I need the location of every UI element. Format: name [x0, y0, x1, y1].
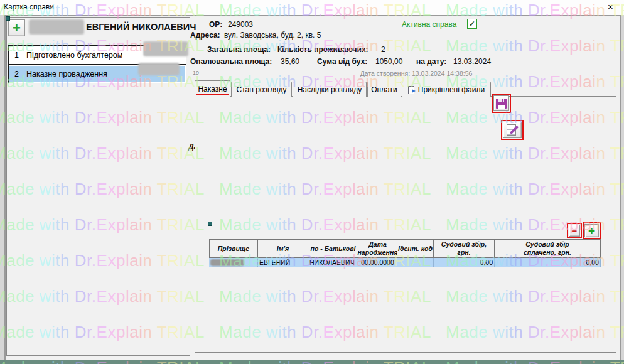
window-title: Картка справи [4, 3, 54, 11]
header-divider-2 [191, 68, 616, 68]
on-date-label: на дату: [416, 57, 446, 66]
tab-stan-rozhliadu[interactable]: Стан розгляду [231, 82, 292, 97]
stage-label: Наказне провадження [19, 70, 107, 78]
column-header-court-fee: Судовий збір, грн. [434, 239, 495, 258]
background-window-strip-bottom [0, 360, 624, 364]
case-card-window: Картка справи × + ЕВГЕНИЙ НИКОЛАЕВИЧ 1 П… [0, 0, 624, 364]
residents-value: 2 [381, 45, 385, 54]
address-label: Адреса: [190, 31, 220, 40]
stage-number: 2 [9, 70, 19, 78]
edit-icon [506, 124, 519, 136]
plus-icon: + [13, 22, 21, 35]
tab-label: Наказне [198, 85, 227, 94]
cell-patronymic[interactable]: НИКОЛАЕВИЧ [308, 258, 358, 267]
save-button[interactable] [493, 95, 509, 111]
annotation-remove-highlight: − [567, 223, 582, 238]
column-header-birth-date: Дата народження [358, 239, 397, 258]
column-header-id-code: Ідент. код [397, 239, 434, 258]
redacted-badge-2 [138, 63, 180, 75]
tab-content-panel [195, 96, 616, 353]
check-icon: ✓ [469, 19, 475, 28]
cell-birth-date[interactable]: 00.00.0000 [358, 258, 397, 267]
column-header-patronymic: по - Батькові [308, 239, 358, 258]
tab-prykripleni-faily[interactable]: Прикріплені файли [402, 82, 491, 97]
heating-area-label: Опалювальна площа: [190, 57, 272, 66]
cell-id-code[interactable] [397, 258, 434, 267]
panel-corner-marker-icon [6, 16, 10, 21]
annotation-save-highlight [492, 94, 511, 113]
total-area-label: Загальна площа: [207, 45, 271, 54]
active-case-checkbox[interactable]: ✓ [467, 19, 477, 29]
background-window-strip-left [0, 15, 5, 364]
client-name: ЕВГЕНИЙ НИКОЛАЕВИЧ [86, 22, 196, 32]
background-window-strip-right [621, 15, 624, 364]
heating-area-value: 35,60 [281, 57, 299, 66]
accounting-sum-label: Сума від бух: [317, 57, 367, 66]
cell-court-fee-paid[interactable]: 0,00 [495, 258, 601, 267]
tab-label: Оплати [371, 85, 397, 94]
redacted-surname-cell [210, 259, 244, 266]
record-number: 19 [193, 70, 199, 76]
stage-number: 1 [9, 51, 19, 60]
column-header-name: Ім'я [258, 239, 308, 258]
redacted-badge-1 [143, 41, 188, 56]
or-value: 249003 [228, 20, 253, 29]
respondents-table: Прізвище Ім'я по - Батькові Дата народже… [209, 239, 601, 267]
close-icon[interactable]: × [608, 1, 613, 12]
address-value: вул. Заводська, буд. 2, кв. 5 [224, 31, 321, 40]
annotation-edit-highlight [501, 120, 524, 140]
attachment-icon [408, 86, 416, 94]
or-label: ОР: [209, 20, 222, 29]
column-header-surname: Прізвище [209, 239, 258, 258]
cell-court-fee[interactable]: 0,00 [434, 258, 495, 267]
cell-name[interactable]: ЕВГЕНИЙ [258, 258, 308, 267]
minus-icon: − [572, 225, 578, 236]
tab-oplaty[interactable]: Оплати [367, 82, 401, 97]
cell-surname[interactable] [209, 258, 258, 267]
remove-respondent-button[interactable]: − [569, 225, 580, 237]
add-stage-button[interactable]: + [8, 19, 25, 36]
title-bar: Картка справи × [0, 0, 624, 16]
add-respondent-button[interactable]: + [584, 224, 599, 237]
edit-court-button[interactable] [503, 122, 522, 138]
plus-icon: + [588, 226, 595, 236]
active-case-label: Активна справа [402, 20, 456, 29]
created-date-text: Дата створення: 13.03.2024 14:38:56 [347, 70, 485, 77]
save-icon [496, 99, 507, 109]
tab-label: Прикріплені файли [418, 85, 485, 94]
column-header-court-fee-paid: Судовий збір сплачено, грн. [495, 239, 601, 258]
residents-label: Кількість проживаючих: [277, 45, 368, 54]
annotation-tab-underline [196, 94, 229, 95]
group-corner-marker-icon [208, 222, 212, 226]
on-date-value: 13.03.2024 [453, 57, 491, 66]
annotation-add-highlight: + [583, 222, 601, 239]
header-divider-1 [191, 41, 616, 41]
tab-naslidky-rozhliadu[interactable]: Наслідки розгляду [293, 82, 367, 97]
tab-label: Стан розгляду [237, 85, 287, 94]
stage-label: Підготовлено бухгалтером [19, 51, 122, 60]
redacted-surname [29, 19, 84, 35]
accounting-sum-value: 1050,00 [375, 57, 402, 66]
tab-label: Наслідки розгляду [298, 85, 362, 94]
